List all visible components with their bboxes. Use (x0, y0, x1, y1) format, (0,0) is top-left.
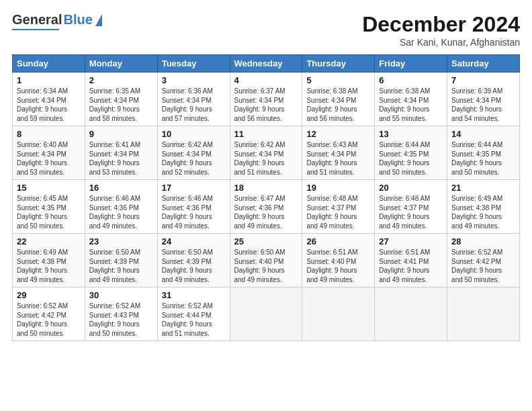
day-number: 31 (162, 290, 226, 300)
calendar-cell: 30Sunrise: 6:52 AM Sunset: 4:43 PM Dayli… (85, 287, 157, 341)
day-number: 9 (89, 129, 153, 139)
day-info: Sunrise: 6:49 AM Sunset: 4:38 PM Dayligh… (451, 194, 515, 230)
subtitle: Sar Kani, Kunar, Afghanistan (362, 37, 520, 48)
calendar-header-saturday: Saturday (447, 55, 520, 73)
day-number: 16 (89, 183, 153, 193)
calendar-cell: 11Sunrise: 6:42 AM Sunset: 4:34 PM Dayli… (230, 126, 302, 180)
day-info: Sunrise: 6:44 AM Sunset: 4:35 PM Dayligh… (379, 140, 443, 177)
calendar-cell (375, 287, 447, 341)
day-info: Sunrise: 6:45 AM Sunset: 4:35 PM Dayligh… (17, 194, 81, 230)
calendar-header-friday: Friday (375, 55, 447, 73)
calendar-week-3: 15Sunrise: 6:45 AM Sunset: 4:35 PM Dayli… (13, 180, 520, 234)
calendar-cell: 18Sunrise: 6:47 AM Sunset: 4:36 PM Dayli… (230, 180, 302, 234)
day-info: Sunrise: 6:49 AM Sunset: 4:38 PM Dayligh… (17, 248, 81, 284)
logo-blue: Blue (63, 12, 92, 28)
day-info: Sunrise: 6:46 AM Sunset: 4:36 PM Dayligh… (89, 194, 153, 230)
day-info: Sunrise: 6:43 AM Sunset: 4:34 PM Dayligh… (306, 140, 370, 177)
calendar-cell: 19Sunrise: 6:48 AM Sunset: 4:37 PM Dayli… (302, 180, 375, 234)
header: GeneralBlue December 2024 Sar Kani, Kuna… (12, 12, 520, 48)
calendar-cell: 5Sunrise: 6:38 AM Sunset: 4:34 PM Daylig… (302, 73, 375, 126)
day-info: Sunrise: 6:51 AM Sunset: 4:41 PM Dayligh… (379, 248, 443, 284)
day-info: Sunrise: 6:38 AM Sunset: 4:34 PM Dayligh… (306, 87, 370, 123)
day-info: Sunrise: 6:50 AM Sunset: 4:39 PM Dayligh… (89, 248, 153, 284)
logo: GeneralBlue (12, 12, 102, 30)
calendar-week-5: 29Sunrise: 6:52 AM Sunset: 4:42 PM Dayli… (13, 287, 520, 341)
calendar-cell: 13Sunrise: 6:44 AM Sunset: 4:35 PM Dayli… (375, 126, 447, 180)
logo-triangle-icon (95, 14, 102, 26)
calendar-cell: 2Sunrise: 6:35 AM Sunset: 4:34 PM Daylig… (85, 73, 157, 126)
title-block: December 2024 Sar Kani, Kunar, Afghanist… (362, 12, 520, 48)
calendar-cell: 3Sunrise: 6:36 AM Sunset: 4:34 PM Daylig… (157, 73, 230, 126)
day-number: 30 (89, 290, 153, 300)
calendar-cell: 29Sunrise: 6:52 AM Sunset: 4:42 PM Dayli… (13, 287, 85, 341)
day-info: Sunrise: 6:48 AM Sunset: 4:37 PM Dayligh… (306, 194, 370, 230)
calendar-cell: 16Sunrise: 6:46 AM Sunset: 4:36 PM Dayli… (85, 180, 157, 234)
calendar-cell: 1Sunrise: 6:34 AM Sunset: 4:34 PM Daylig… (13, 73, 85, 126)
day-number: 5 (306, 75, 370, 85)
day-info: Sunrise: 6:42 AM Sunset: 4:34 PM Dayligh… (162, 140, 226, 177)
day-number: 6 (379, 75, 443, 85)
day-info: Sunrise: 6:35 AM Sunset: 4:34 PM Dayligh… (89, 87, 153, 123)
calendar-cell: 23Sunrise: 6:50 AM Sunset: 4:39 PM Dayli… (85, 234, 157, 287)
calendar-cell: 27Sunrise: 6:51 AM Sunset: 4:41 PM Dayli… (375, 234, 447, 287)
calendar-cell: 28Sunrise: 6:52 AM Sunset: 4:42 PM Dayli… (447, 234, 520, 287)
day-number: 17 (162, 183, 226, 193)
calendar-cell (230, 287, 302, 341)
logo-text: GeneralBlue (12, 12, 102, 28)
day-info: Sunrise: 6:52 AM Sunset: 4:43 PM Dayligh… (89, 302, 153, 338)
day-info: Sunrise: 6:51 AM Sunset: 4:40 PM Dayligh… (306, 248, 370, 284)
logo-general: General (12, 12, 62, 28)
day-info: Sunrise: 6:36 AM Sunset: 4:34 PM Dayligh… (162, 87, 226, 123)
calendar-week-4: 22Sunrise: 6:49 AM Sunset: 4:38 PM Dayli… (13, 234, 520, 287)
calendar-cell: 9Sunrise: 6:41 AM Sunset: 4:34 PM Daylig… (85, 126, 157, 180)
day-number: 20 (379, 183, 443, 193)
calendar-cell: 20Sunrise: 6:48 AM Sunset: 4:37 PM Dayli… (375, 180, 447, 234)
day-info: Sunrise: 6:46 AM Sunset: 4:36 PM Dayligh… (162, 194, 226, 230)
calendar-cell: 31Sunrise: 6:52 AM Sunset: 4:44 PM Dayli… (157, 287, 230, 341)
day-number: 10 (162, 129, 226, 139)
day-info: Sunrise: 6:42 AM Sunset: 4:34 PM Dayligh… (234, 140, 298, 177)
day-number: 11 (234, 129, 298, 139)
day-number: 8 (17, 129, 81, 139)
day-number: 26 (306, 236, 370, 246)
calendar-cell: 6Sunrise: 6:38 AM Sunset: 4:34 PM Daylig… (375, 73, 447, 126)
calendar-cell: 25Sunrise: 6:50 AM Sunset: 4:40 PM Dayli… (230, 234, 302, 287)
calendar-header-row: SundayMondayTuesdayWednesdayThursdayFrid… (13, 55, 520, 73)
calendar-header-wednesday: Wednesday (230, 55, 302, 73)
day-info: Sunrise: 6:50 AM Sunset: 4:39 PM Dayligh… (162, 248, 226, 284)
calendar-week-2: 8Sunrise: 6:40 AM Sunset: 4:34 PM Daylig… (13, 126, 520, 180)
day-number: 4 (234, 75, 298, 85)
day-info: Sunrise: 6:52 AM Sunset: 4:44 PM Dayligh… (162, 302, 226, 338)
calendar-cell: 4Sunrise: 6:37 AM Sunset: 4:34 PM Daylig… (230, 73, 302, 126)
day-number: 14 (451, 129, 515, 139)
day-number: 2 (89, 75, 153, 85)
day-number: 3 (162, 75, 226, 85)
day-number: 13 (379, 129, 443, 139)
day-number: 28 (451, 236, 515, 246)
logo-line (12, 29, 59, 30)
day-info: Sunrise: 6:47 AM Sunset: 4:36 PM Dayligh… (234, 194, 298, 230)
page: GeneralBlue December 2024 Sar Kani, Kuna… (0, 0, 532, 411)
calendar-cell: 15Sunrise: 6:45 AM Sunset: 4:35 PM Dayli… (13, 180, 85, 234)
calendar-header-monday: Monday (85, 55, 157, 73)
day-info: Sunrise: 6:38 AM Sunset: 4:34 PM Dayligh… (379, 87, 443, 123)
day-number: 1 (17, 75, 81, 85)
day-info: Sunrise: 6:48 AM Sunset: 4:37 PM Dayligh… (379, 194, 443, 230)
calendar-cell: 22Sunrise: 6:49 AM Sunset: 4:38 PM Dayli… (13, 234, 85, 287)
day-number: 27 (379, 236, 443, 246)
calendar-cell: 12Sunrise: 6:43 AM Sunset: 4:34 PM Dayli… (302, 126, 375, 180)
calendar-cell (302, 287, 375, 341)
calendar-header-thursday: Thursday (302, 55, 375, 73)
day-info: Sunrise: 6:52 AM Sunset: 4:42 PM Dayligh… (451, 248, 515, 284)
day-info: Sunrise: 6:41 AM Sunset: 4:34 PM Dayligh… (89, 140, 153, 177)
day-number: 12 (306, 129, 370, 139)
day-info: Sunrise: 6:34 AM Sunset: 4:34 PM Dayligh… (17, 87, 81, 123)
calendar-cell: 7Sunrise: 6:39 AM Sunset: 4:34 PM Daylig… (447, 73, 520, 126)
calendar-header-tuesday: Tuesday (157, 55, 230, 73)
day-info: Sunrise: 6:39 AM Sunset: 4:34 PM Dayligh… (451, 87, 515, 123)
day-info: Sunrise: 6:50 AM Sunset: 4:40 PM Dayligh… (234, 248, 298, 284)
day-number: 21 (451, 183, 515, 193)
calendar-cell (447, 287, 520, 341)
calendar-cell: 8Sunrise: 6:40 AM Sunset: 4:34 PM Daylig… (13, 126, 85, 180)
day-number: 7 (451, 75, 515, 85)
